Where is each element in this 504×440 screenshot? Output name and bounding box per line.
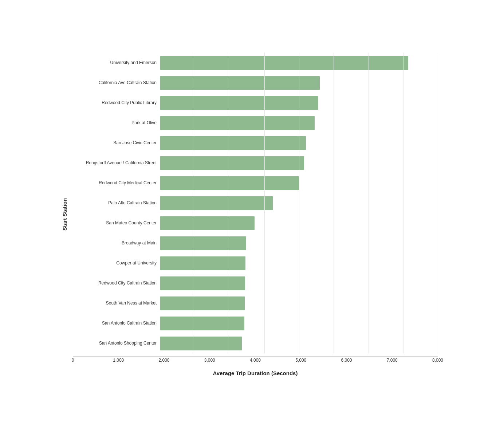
bar-row: [160, 275, 438, 292]
bar-row: [160, 215, 438, 232]
bar: [160, 176, 299, 190]
bars-and-yticklabels: University and EmersonCalifornia Ave Cal…: [73, 53, 438, 353]
y-tick-label: San Antonio Shopping Center: [99, 333, 157, 353]
bar: [160, 116, 315, 130]
y-tick-label: San Jose Civic Center: [113, 133, 157, 153]
y-tick-label: Park at Olive: [131, 113, 157, 133]
bar-row: [160, 335, 438, 352]
bar: [160, 337, 242, 350]
bar: [160, 56, 408, 70]
bar-row: [160, 175, 438, 192]
y-tick-label: Cowper at University: [116, 253, 157, 273]
bar-row: [160, 195, 438, 212]
y-tick-label: Redwood City Medical Center: [99, 173, 157, 193]
x-tick-label: 2,000: [158, 358, 169, 363]
y-tick-label: Rengstorff Avenue / California Street: [86, 153, 157, 173]
x-tick-label: 6,000: [341, 358, 352, 363]
bar-row: [160, 155, 438, 172]
bar-row: [160, 95, 438, 111]
y-tick-label: Palo Alto Caltrain Station: [108, 193, 157, 213]
y-axis-label: Start Station: [59, 198, 70, 231]
y-tick-label: California Ave Caltrain Station: [99, 73, 157, 93]
bar: [160, 136, 306, 150]
x-tick-label: 3,000: [204, 358, 215, 363]
y-tick-label: Broadway at Main: [122, 233, 157, 253]
bar-row: [160, 55, 438, 71]
chart-container: Start Station University and EmersonCali…: [52, 42, 452, 398]
bar-row: [160, 75, 438, 91]
x-tick-label: 5,000: [295, 358, 306, 363]
bar-row: [160, 235, 438, 252]
bar: [160, 156, 304, 170]
y-tick-label: Redwood City Public Library: [102, 93, 157, 113]
bar-row: [160, 315, 438, 332]
y-tick-label: San Mateo County Center: [106, 213, 157, 233]
bar: [160, 96, 318, 110]
y-tick-label: San Antonio Caltrain Station: [102, 313, 157, 333]
y-tick-label: University and Emerson: [110, 53, 157, 73]
y-axis-label-wrapper: Start Station: [59, 53, 73, 376]
x-tick-label: 7,000: [387, 358, 398, 363]
x-axis: 01,0002,0003,0004,0005,0006,0007,0008,00…: [73, 356, 438, 367]
y-tick-label: South Van Ness at Market: [106, 293, 157, 313]
bar-row: [160, 115, 438, 131]
bar: [160, 256, 245, 270]
bar-row: [160, 255, 438, 272]
x-tick-label: 8,000: [432, 358, 443, 363]
bar: [160, 236, 246, 250]
chart-area: Start Station University and EmersonCali…: [59, 53, 438, 376]
y-tick-labels: University and EmersonCalifornia Ave Cal…: [73, 53, 160, 353]
x-axis-line: [73, 356, 438, 357]
bar: [160, 216, 255, 230]
x-tick-label: 4,000: [250, 358, 261, 363]
bar-row: [160, 295, 438, 312]
bar-row: [160, 135, 438, 152]
chart-inner: University and EmersonCalifornia Ave Cal…: [73, 53, 438, 376]
x-grid-line: [438, 53, 438, 353]
bars-section: [160, 53, 438, 353]
x-tick-label: 0: [72, 358, 74, 363]
bar: [160, 76, 320, 90]
x-tick-labels: 01,0002,0003,0004,0005,0006,0007,0008,00…: [73, 358, 438, 366]
y-tick-label: Redwood City Caltrain Station: [98, 273, 157, 293]
bar: [160, 196, 273, 210]
x-axis-container: 01,0002,0003,0004,0005,0006,0007,0008,00…: [73, 353, 438, 376]
bar: [160, 317, 244, 330]
bar: [160, 296, 245, 310]
bar: [160, 276, 245, 290]
x-axis-label: Average Trip Duration (Seconds): [73, 370, 438, 376]
x-tick-label: 1,000: [113, 358, 124, 363]
